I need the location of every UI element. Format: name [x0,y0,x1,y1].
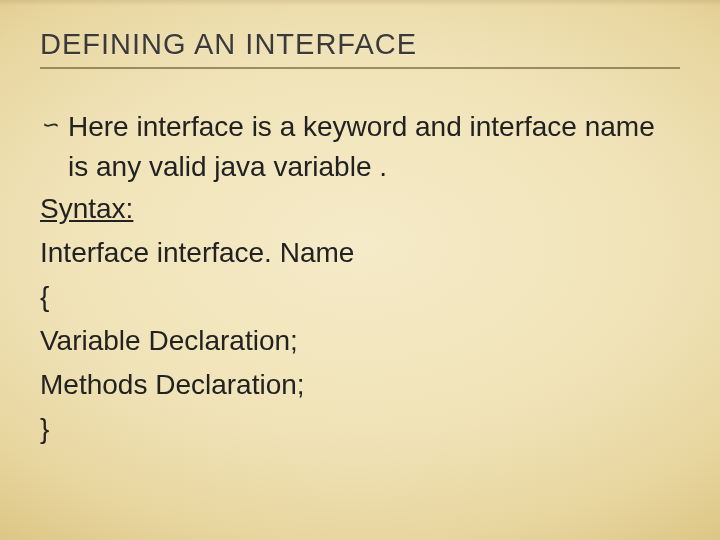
code-line: } [40,407,680,451]
code-line: { [40,275,680,319]
code-line: Interface interface. Name [40,231,680,275]
code-line: Methods Declaration; [40,363,680,407]
bullet-icon: ∽ [40,107,68,143]
slide-title: DEFINING AN INTERFACE [40,28,680,69]
bullet-text: Here interface is a keyword and interfac… [68,107,680,187]
slide: DEFINING AN INTERFACE ∽ Here interface i… [0,0,720,540]
slide-content: ∽ Here interface is a keyword and interf… [40,107,680,451]
code-line: Variable Declaration; [40,319,680,363]
bullet-item: ∽ Here interface is a keyword and interf… [40,107,680,187]
syntax-label: Syntax: [40,187,680,231]
